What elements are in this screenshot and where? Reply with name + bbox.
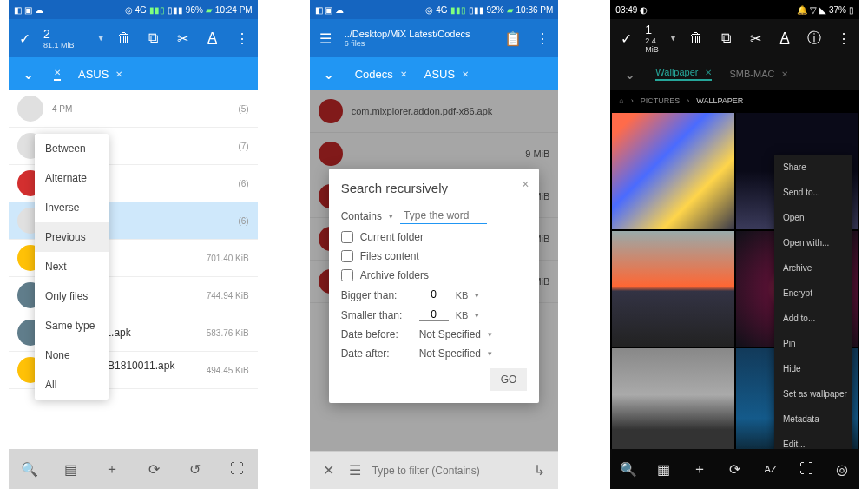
check-icon[interactable]: ✓ — [617, 30, 635, 47]
tab-asus[interactable]: ASUS✕ — [424, 68, 469, 81]
menu-share[interactable]: Share — [774, 155, 852, 180]
current-folder-checkbox[interactable] — [341, 231, 353, 243]
close-icon[interactable]: × — [522, 177, 529, 191]
cut-icon[interactable]: ✂ — [746, 30, 764, 47]
hotspot-icon: ◎ — [425, 5, 433, 15]
enter-icon[interactable]: ↳ — [530, 462, 548, 479]
select-icon[interactable]: ⛶ — [798, 460, 815, 478]
tab-wallpaper[interactable]: Wallpaper✕ — [655, 67, 712, 81]
breadcrumb: ⌂› PICTURES› WALLPAPER — [610, 90, 859, 111]
filter-input[interactable] — [372, 465, 523, 477]
bigger-input[interactable] — [419, 288, 449, 301]
menu-openwith[interactable]: Open with... — [774, 230, 852, 255]
check-icon[interactable]: ✓ — [16, 30, 33, 47]
copy-icon[interactable]: ⧉ — [145, 30, 162, 47]
menu-metadata[interactable]: Metadata — [774, 406, 852, 432]
signal-icon: ◣ — [819, 5, 826, 15]
dd-between[interactable]: Between — [35, 134, 108, 163]
dd-sametype[interactable]: Same type — [35, 311, 108, 340]
clipboard-icon[interactable]: 📋 — [504, 30, 522, 47]
smaller-input[interactable] — [419, 308, 449, 321]
info-icon[interactable]: ⓘ — [806, 30, 823, 47]
chevron-down-icon[interactable]: ⌄ — [621, 65, 638, 83]
menu-archive[interactable]: Archive — [774, 255, 852, 281]
date-value[interactable]: Not Specified — [419, 347, 481, 360]
filter-icon[interactable]: ☰ — [346, 462, 364, 479]
menu-hide[interactable]: Hide — [774, 356, 852, 381]
menu-icon[interactable]: ☰ — [317, 30, 334, 47]
path-title[interactable]: ../Desktop/MiX Latest/Codecs 6 files — [345, 29, 495, 48]
chevron-down-icon[interactable]: ▼ — [97, 34, 105, 43]
menu-addto[interactable]: Add to... — [774, 306, 852, 331]
dd-all[interactable]: All — [35, 370, 108, 400]
cut-icon[interactable]: ✂ — [174, 30, 192, 47]
go-button[interactable]: GO — [490, 368, 528, 391]
tab-asus[interactable]: ASUS✕ — [78, 68, 122, 81]
dd-onlyfiles[interactable]: Only files — [35, 281, 108, 311]
menu-pin[interactable]: Pin — [774, 331, 852, 356]
crumb-pictures[interactable]: PICTURES — [641, 96, 681, 105]
close-icon[interactable]: ✕ — [462, 69, 469, 79]
search-icon[interactable]: 🔍 — [620, 460, 637, 478]
refresh-icon[interactable]: ⟳ — [727, 460, 744, 478]
menu-sendto[interactable]: Send to... — [774, 180, 852, 205]
chevron-down-icon[interactable]: ▾ — [475, 291, 479, 300]
files-content-checkbox[interactable] — [341, 250, 353, 262]
list-item[interactable]: 4 PM(5) — [9, 90, 258, 128]
close-icon[interactable]: ✕ — [781, 69, 788, 79]
tab-current[interactable]: ✕ — [54, 68, 61, 81]
chevron-down-icon[interactable]: ▼ — [669, 34, 677, 43]
archive-folders-checkbox[interactable] — [341, 269, 353, 281]
chevron-down-icon[interactable]: ▾ — [488, 349, 492, 358]
chevron-down-icon[interactable]: ▾ — [389, 212, 393, 221]
delete-icon[interactable]: 🗑 — [687, 30, 705, 47]
dd-previous[interactable]: Previous — [35, 222, 108, 252]
add-icon[interactable]: ＋ — [691, 460, 708, 478]
close-icon[interactable]: ✕ — [400, 69, 407, 79]
overflow-icon[interactable]: ⋮ — [534, 30, 551, 47]
sort-icon[interactable]: AZ — [762, 460, 779, 478]
chevron-down-icon[interactable]: ▾ — [475, 311, 479, 320]
menu-edit[interactable]: Edit... — [774, 432, 852, 449]
dd-inverse[interactable]: Inverse — [35, 193, 108, 222]
close-icon[interactable]: ✕ — [320, 462, 338, 479]
rename-icon[interactable]: A — [776, 30, 793, 47]
grid-thumb[interactable] — [612, 348, 733, 449]
search-icon[interactable]: 🔍 — [21, 460, 38, 478]
select-icon[interactable]: ⛶ — [228, 460, 246, 478]
tab-smb[interactable]: SMB-MAC✕ — [729, 69, 788, 79]
grid-thumb[interactable] — [612, 231, 733, 347]
rename-icon[interactable]: A — [204, 30, 221, 47]
view-icon[interactable]: ▤ — [62, 460, 80, 478]
crumb-wallpaper[interactable]: WALLPAPER — [696, 96, 743, 105]
dd-next[interactable]: Next — [35, 252, 108, 281]
menu-wallpaper[interactable]: Set as wallpaper — [774, 381, 852, 406]
refresh-icon[interactable]: ⟳ — [145, 460, 162, 478]
overflow-icon[interactable]: ⋮ — [835, 30, 852, 47]
view-icon[interactable]: ▦ — [655, 460, 673, 478]
chevron-down-icon[interactable]: ▾ — [488, 330, 492, 339]
close-icon[interactable]: ✕ — [54, 68, 61, 77]
search-input[interactable] — [400, 208, 487, 224]
selection-info[interactable]: 1 2.4 MiB — [645, 23, 659, 54]
chevron-down-icon[interactable]: ⌄ — [320, 65, 338, 83]
history-icon[interactable]: ↺ — [187, 460, 204, 478]
close-icon[interactable]: ✕ — [705, 68, 712, 77]
selection-info[interactable]: 2 81.1 MiB — [43, 27, 87, 50]
chevron-down-icon[interactable]: ⌄ — [19, 65, 36, 83]
copy-icon[interactable]: ⧉ — [717, 30, 734, 47]
dd-none[interactable]: None — [35, 340, 108, 370]
tab-codecs[interactable]: Codecs✕ — [355, 68, 407, 81]
delete-icon[interactable]: 🗑 — [115, 30, 133, 47]
date-value[interactable]: Not Specified — [419, 328, 481, 340]
add-icon[interactable]: ＋ — [103, 460, 121, 478]
close-icon[interactable]: ✕ — [115, 69, 122, 79]
menu-open[interactable]: Open — [774, 205, 852, 230]
menu-encrypt[interactable]: Encrypt — [774, 281, 852, 306]
grid-thumb[interactable] — [612, 113, 733, 229]
server-icon[interactable]: ◎ — [833, 460, 851, 478]
file-list: com.mixplorer.addon.pdf-x86.apk 9 MiB 6 … — [310, 90, 559, 451]
home-icon[interactable]: ⌂ — [619, 96, 623, 105]
dd-alternate[interactable]: Alternate — [35, 163, 108, 193]
overflow-icon[interactable]: ⋮ — [233, 30, 251, 47]
